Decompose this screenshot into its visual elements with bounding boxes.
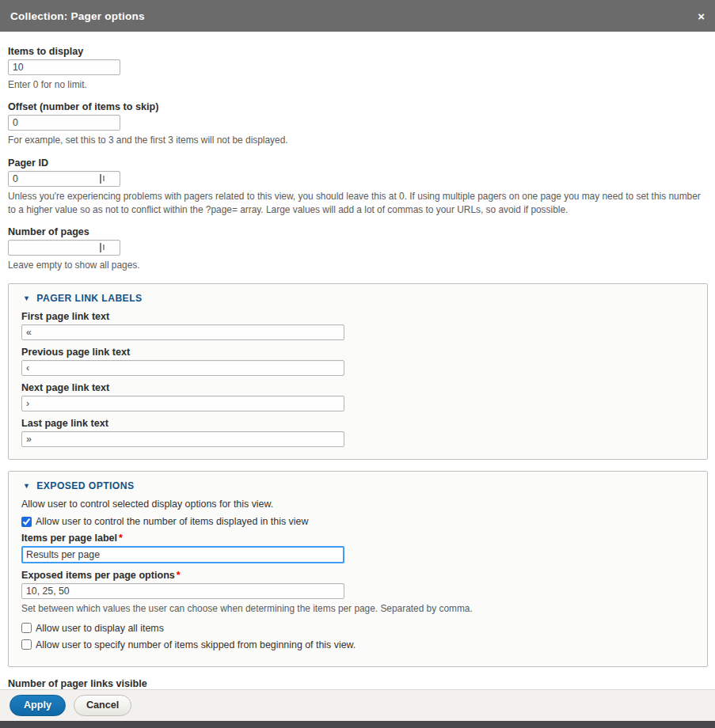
field-pager-id: Pager ID Unless you're experiencing prob… — [8, 157, 708, 218]
apply-button[interactable]: Apply — [10, 695, 66, 716]
field-last-page-link-text: Last page link text — [21, 418, 694, 447]
field-items-to-display: Items to display Enter 0 for no limit. — [8, 46, 708, 92]
first-page-link-label: First page link text — [21, 311, 694, 322]
control-items-checkbox-row: Allow user to control the number of item… — [21, 516, 694, 527]
dialog-button-pane: Apply Cancel — [0, 689, 715, 721]
field-offset: Offset (number of items to skip) For exa… — [8, 101, 708, 147]
exposed-items-options-label-text: Exposed items per page options — [21, 570, 175, 581]
field-previous-page-link-text: Previous page link text — [21, 347, 694, 376]
exposed-options-legend-text: EXPOSED OPTIONS — [36, 480, 134, 491]
offset-input-wrap — [8, 115, 120, 131]
pager-links-visible-label: Number of pager links visible — [8, 678, 708, 689]
display-all-checkbox[interactable] — [21, 623, 32, 633]
fieldset-pager-link-labels: ▼ PAGER LINK LABELS First page link text… — [8, 283, 708, 460]
pager-id-label: Pager ID — [8, 157, 708, 169]
exposed-items-options-input[interactable] — [21, 583, 344, 599]
pager-link-labels-legend[interactable]: ▼ PAGER LINK LABELS — [23, 293, 694, 304]
field-number-of-pages: Number of pages Leave empty to show all … — [8, 226, 708, 272]
number-of-pages-help: Leave empty to show all pages. — [8, 259, 705, 272]
items-per-page-label-text: Items per page label — [21, 533, 117, 544]
items-per-page-label-input[interactable] — [21, 546, 344, 563]
next-page-link-label: Next page link text — [21, 382, 694, 393]
control-items-checkbox-label: Allow user to control the number of item… — [36, 516, 308, 527]
display-all-checkbox-row: Allow user to display all items — [21, 623, 694, 634]
skip-items-checkbox-row: Allow user to specify number of items sk… — [21, 639, 694, 650]
field-first-page-link-text: First page link text — [21, 311, 694, 340]
pager-link-labels-legend-text: PAGER LINK LABELS — [36, 293, 142, 304]
last-page-link-label: Last page link text — [21, 418, 694, 429]
first-page-link-input[interactable] — [21, 324, 344, 340]
exposed-items-options-label: Exposed items per page options* — [21, 570, 694, 581]
offset-help: For example, set this to 3 and the first… — [8, 134, 705, 147]
skip-items-checkbox[interactable] — [21, 639, 32, 650]
dialog-titlebar[interactable]: Collection: Pager options × — [0, 0, 715, 32]
display-all-checkbox-label: Allow user to display all items — [36, 623, 164, 634]
exposed-items-options-help: Set between which values the user can ch… — [21, 602, 694, 616]
items-to-display-label: Items to display — [8, 46, 708, 57]
items-to-display-help: Enter 0 for no limit. — [8, 78, 705, 92]
required-marker: * — [117, 533, 123, 544]
pager-id-help: Unless you're experiencing problems with… — [8, 190, 705, 218]
collapse-arrow-icon: ▼ — [23, 482, 30, 490]
items-per-page-label: Items per page label* — [21, 533, 694, 544]
dialog-title: Collection: Pager options — [10, 10, 145, 22]
pager-id-input-wrap — [8, 171, 120, 187]
control-items-checkbox[interactable] — [21, 517, 32, 527]
number-of-pages-label: Number of pages — [8, 226, 708, 237]
field-items-per-page-label: Items per page label* — [21, 533, 694, 563]
field-exposed-items-per-page-options: Exposed items per page options* Set betw… — [21, 570, 694, 616]
exposed-options-legend[interactable]: ▼ EXPOSED OPTIONS — [23, 480, 694, 491]
next-page-link-input[interactable] — [21, 396, 344, 411]
exposed-options-description: Allow user to control selected display o… — [21, 499, 694, 510]
skip-items-checkbox-label: Allow user to specify number of items sk… — [36, 639, 356, 650]
offset-input[interactable] — [8, 115, 120, 131]
dialog-content: Items to display Enter 0 for no limit. O… — [0, 32, 715, 689]
number-spinner-icon[interactable] — [100, 243, 105, 252]
fieldset-exposed-options: ▼ EXPOSED OPTIONS Allow user to control … — [8, 471, 708, 666]
required-marker: * — [175, 570, 181, 581]
number-of-pages-input-wrap — [8, 240, 120, 256]
field-pager-links-visible: Number of pager links visible Specify th… — [8, 678, 708, 690]
offset-label: Offset (number of items to skip) — [8, 101, 708, 112]
field-next-page-link-text: Next page link text — [21, 382, 694, 411]
close-button[interactable]: × — [698, 10, 705, 22]
previous-page-link-input[interactable] — [21, 360, 344, 376]
previous-page-link-label: Previous page link text — [21, 347, 694, 358]
items-to-display-input-wrap — [8, 59, 120, 75]
collapse-arrow-icon: ▼ — [23, 294, 30, 302]
background-page-strip — [0, 721, 715, 728]
last-page-link-input[interactable] — [21, 431, 344, 447]
cancel-button[interactable]: Cancel — [74, 695, 131, 716]
close-icon: × — [698, 9, 705, 23]
items-to-display-input[interactable] — [8, 59, 120, 75]
number-spinner-icon[interactable] — [100, 174, 105, 184]
